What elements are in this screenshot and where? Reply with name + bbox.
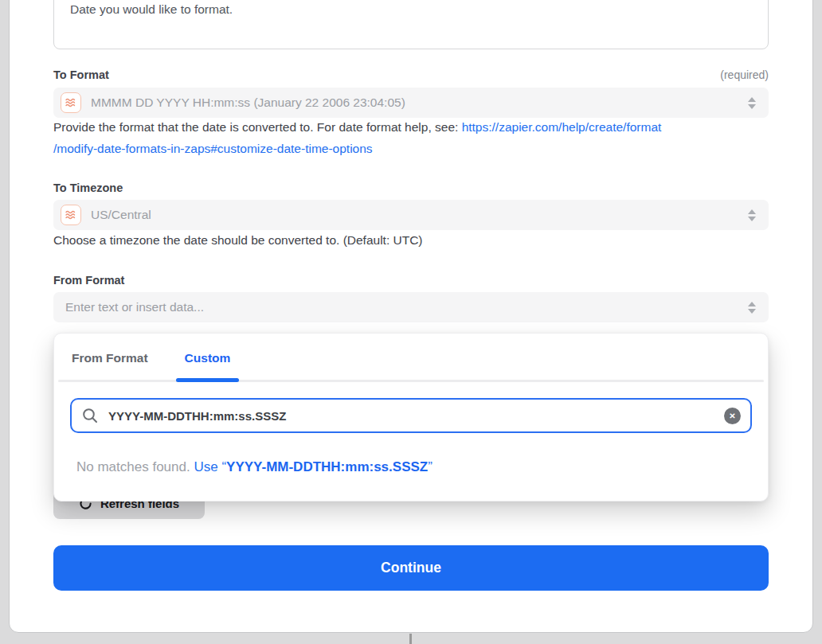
to-format-select[interactable]: MMMM DD YYYY HH:mm:ss (January 22 2006 2… <box>53 88 769 118</box>
from-format-select[interactable]: Enter text or insert data... <box>53 292 769 322</box>
search-icon <box>81 407 99 424</box>
date-input-value: Date you would like to format. <box>70 2 233 16</box>
formatter-icon <box>61 205 81 225</box>
date-input[interactable]: Date you would like to format. <box>53 0 769 49</box>
tab-from-format[interactable]: From Format <box>72 334 148 382</box>
formatter-icon <box>61 92 81 113</box>
from-format-label: From Format <box>53 274 124 287</box>
step-connector-line <box>409 634 412 644</box>
to-timezone-value: US/Central <box>91 208 151 222</box>
tab-custom[interactable]: Custom <box>185 334 231 382</box>
up-down-arrows-icon <box>748 209 756 221</box>
use-custom-value-link[interactable]: Use “YYYY-MM-DDTHH:mm:ss.SSSZ” <box>194 459 432 474</box>
up-down-arrows-icon <box>748 97 756 109</box>
continue-label: Continue <box>381 560 441 576</box>
zap-editor-viewport: Date you would like to format. To Format… <box>0 0 822 644</box>
to-timezone-help: Choose a timezone the date should be con… <box>53 230 769 252</box>
to-timezone-label: To Timezone <box>53 181 123 194</box>
up-down-arrows-icon <box>748 302 756 314</box>
to-format-help-text: Provide the format that the date is conv… <box>53 120 462 134</box>
from-format-dropdown-panel: From Format Custom ✕ No matches found. U… <box>53 333 769 502</box>
from-format-label-row: From Format <box>53 274 769 287</box>
to-format-value: MMMM DD YYYY HH:mm:ss (January 22 2006 2… <box>91 96 405 110</box>
search-result-row: No matches found. Use “YYYY-MM-DDTHH:mm:… <box>76 458 768 477</box>
no-matches-text: No matches found. <box>76 459 194 474</box>
to-timezone-label-row: To Timezone <box>53 181 769 194</box>
dropdown-tabs: From Format Custom <box>54 334 768 382</box>
search-input[interactable] <box>107 408 724 423</box>
to-format-help: Provide the format that the date is conv… <box>53 117 769 159</box>
custom-value-search[interactable]: ✕ <box>70 398 752 433</box>
continue-button[interactable]: Continue <box>53 545 769 591</box>
from-format-placeholder: Enter text or insert data... <box>65 300 204 314</box>
to-timezone-select[interactable]: US/Central <box>53 200 769 230</box>
clear-icon[interactable]: ✕ <box>724 408 741 424</box>
use-custom-value-text: YYYY-MM-DDTHH:mm:ss.SSSZ <box>226 459 428 474</box>
required-badge: (required) <box>720 68 769 81</box>
to-format-label-row: To Format (required) <box>53 68 769 81</box>
to-format-label: To Format <box>53 68 109 81</box>
tabs-divider <box>58 380 764 382</box>
